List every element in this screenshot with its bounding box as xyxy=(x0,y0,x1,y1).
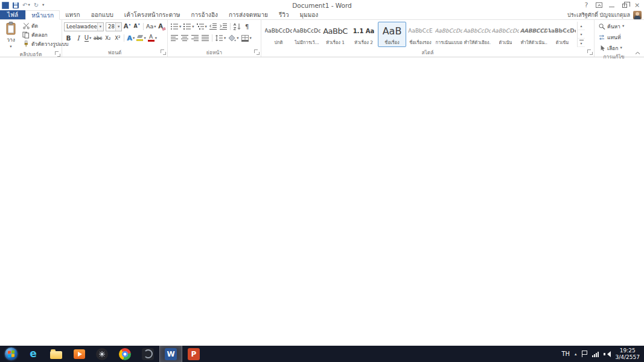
gallery-more-button[interactable]: ▾ xyxy=(578,39,585,47)
action-center-icon[interactable] xyxy=(582,351,587,357)
increase-indent-button[interactable] xyxy=(218,22,228,31)
select-button[interactable]: เลือก ▾ xyxy=(596,43,626,52)
bullets-button[interactable]: ▾ xyxy=(170,22,182,31)
clipboard-dialog-launcher-icon[interactable] xyxy=(55,51,60,57)
clear-formatting-button[interactable]: A xyxy=(158,22,167,31)
tab-insert[interactable]: แทรก xyxy=(60,10,85,19)
styles-dialog-launcher-icon[interactable] xyxy=(587,49,593,55)
font-family-select[interactable]: Leelawadee ▾ xyxy=(64,22,104,31)
style-item-intense[interactable]: AaBbCcDc ตัวเข้ม xyxy=(548,22,576,47)
strikethrough-button[interactable]: abc xyxy=(93,33,103,43)
style-item-title[interactable]: AaB ชื่อเรื่อง xyxy=(378,22,406,47)
style-preview: AaB xyxy=(383,23,402,39)
customize-qat-button[interactable]: ▾ xyxy=(42,3,44,7)
close-button[interactable]: × xyxy=(631,0,643,10)
spider-app-icon xyxy=(96,348,108,360)
save-button[interactable] xyxy=(13,2,19,8)
style-item-strong[interactable]: AABBCCD ทำให้ตัวเน้น... xyxy=(520,22,548,47)
tab-view[interactable]: มุมมอง xyxy=(295,10,324,19)
font-size-select[interactable]: 28 ▾ xyxy=(106,22,122,31)
start-button[interactable] xyxy=(0,346,22,362)
shading-button[interactable]: ▾ xyxy=(227,33,239,43)
line-spacing-button[interactable]: ▾ xyxy=(214,33,226,43)
tab-file[interactable]: ไฟล์ xyxy=(0,10,25,19)
tab-design[interactable]: ออกแบบ xyxy=(86,10,119,19)
font-family-dropdown[interactable]: ▾ xyxy=(97,23,103,31)
chevron-down-icon: ▾ xyxy=(89,36,91,40)
borders-button[interactable]: ▾ xyxy=(240,33,252,43)
highlight-button[interactable]: ▾ xyxy=(136,33,146,43)
style-item-emphasis[interactable]: AaBbCcDc ทำให้ตัวเอียง... xyxy=(463,22,491,47)
separator xyxy=(212,34,212,42)
paste-button[interactable]: วาง ▾ xyxy=(2,21,20,50)
align-center-button[interactable] xyxy=(180,33,190,43)
style-item-heading1[interactable]: AaBbC หัวเรื่อง 1 xyxy=(321,22,349,47)
minimize-button[interactable] xyxy=(605,0,618,10)
collapse-ribbon-button[interactable] xyxy=(633,48,642,55)
ribbon-display-options-button[interactable] xyxy=(593,0,605,10)
swirl-app-taskbar-button[interactable] xyxy=(136,346,159,362)
font-size-dropdown[interactable]: ▾ xyxy=(115,23,121,31)
language-indicator[interactable]: TH xyxy=(561,351,570,357)
style-item-intense-emphasis[interactable]: AaBbCcDc ตัวเน้น xyxy=(491,22,520,47)
subscript-button[interactable]: X₂ xyxy=(103,33,112,43)
decrease-indent-button[interactable] xyxy=(208,22,218,31)
show-formatting-marks-button[interactable]: ¶ xyxy=(243,22,252,31)
justify-button[interactable] xyxy=(200,33,210,43)
style-item-heading2[interactable]: 1.1 Aa หัวเรื่อง 2 xyxy=(349,22,378,47)
word-taskbar-button[interactable]: W xyxy=(159,346,182,362)
superscript-button[interactable]: X² xyxy=(113,33,122,43)
style-item-no-spacing[interactable]: AaBbCcDc ไม่มีการเว้... xyxy=(293,22,321,47)
sort-button[interactable] xyxy=(232,22,242,31)
style-item-subtitle[interactable]: AaBbCcE ชื่อเรื่องรอง xyxy=(406,22,435,47)
chevron-down-icon: ▾ xyxy=(205,25,207,29)
network-icon[interactable] xyxy=(592,351,599,357)
tab-home[interactable]: หน้าแรก xyxy=(25,10,60,20)
underline-button[interactable]: U▾ xyxy=(83,33,92,43)
chrome-taskbar-button[interactable] xyxy=(113,346,136,362)
ie-taskbar-button[interactable]: e xyxy=(22,346,45,362)
avatar[interactable] xyxy=(633,11,642,19)
text-effects-button[interactable]: A▾ xyxy=(126,33,135,43)
restore-button[interactable] xyxy=(618,0,631,10)
style-item-subtle-emphasis[interactable]: AaBbCcDc การเน้นแบบอ... xyxy=(435,22,463,47)
tab-page-layout[interactable]: เค้าโครงหน้ากระดาษ xyxy=(119,10,186,19)
replace-button[interactable]: แทนที่ xyxy=(596,33,626,42)
shrink-font-button[interactable]: A▾ xyxy=(132,22,141,31)
undo-button[interactable]: ↶▾ xyxy=(22,2,30,8)
style-item-normal[interactable]: AaBbCcDc ปกติ xyxy=(264,22,293,47)
word-app-icon[interactable] xyxy=(2,2,9,9)
gallery-scroll-up-button[interactable]: ▴ xyxy=(578,22,585,30)
chevron-down-icon: ▾ xyxy=(179,25,181,29)
redo-button[interactable]: ↻ xyxy=(34,2,39,8)
volume-icon[interactable] xyxy=(604,351,611,357)
document-canvas[interactable] xyxy=(0,57,644,346)
numbering-button[interactable]: ▾ xyxy=(182,22,194,31)
clock[interactable]: 19:25 3/4/2557 xyxy=(616,348,640,361)
show-hidden-icons-button[interactable]: ▴ xyxy=(575,352,577,357)
tab-review[interactable]: รีวิว xyxy=(273,10,295,19)
multilevel-list-button[interactable]: ▾ xyxy=(196,22,208,31)
italic-button[interactable]: I xyxy=(74,33,83,43)
grow-font-button[interactable]: A▴ xyxy=(123,22,132,31)
gallery-scroll-down-button[interactable]: ▾ xyxy=(578,30,585,39)
style-preview: AaBbCcDc xyxy=(492,23,519,39)
powerpoint-taskbar-button[interactable]: P xyxy=(182,346,205,362)
user-name[interactable]: ประเสริฐศักดิ์ บัญจมเกตุมล xyxy=(567,11,630,19)
paragraph-dialog-launcher-icon[interactable] xyxy=(254,49,260,55)
bold-button[interactable]: B xyxy=(64,33,73,43)
align-right-button[interactable] xyxy=(190,33,200,43)
font-dialog-launcher-icon[interactable] xyxy=(161,49,166,55)
tab-mailings[interactable]: การส่งจดหมาย xyxy=(223,10,273,19)
dark-app-taskbar-button[interactable] xyxy=(91,346,113,362)
font-color-button[interactable]: A ▾ xyxy=(147,33,158,43)
help-button[interactable]: ? xyxy=(580,0,593,10)
align-left-button[interactable] xyxy=(170,33,179,43)
paste-icon xyxy=(5,22,16,35)
find-button[interactable]: ค้นหา ▾ xyxy=(596,22,626,31)
change-case-button[interactable]: Aa▾ xyxy=(145,22,157,31)
file-explorer-taskbar-button[interactable] xyxy=(45,346,68,362)
media-app-taskbar-button[interactable] xyxy=(68,346,91,362)
tab-references[interactable]: การอ้างอิง xyxy=(185,10,223,19)
taskbar: e W P TH ▴ 19:25 3/4/2557 xyxy=(0,346,644,362)
